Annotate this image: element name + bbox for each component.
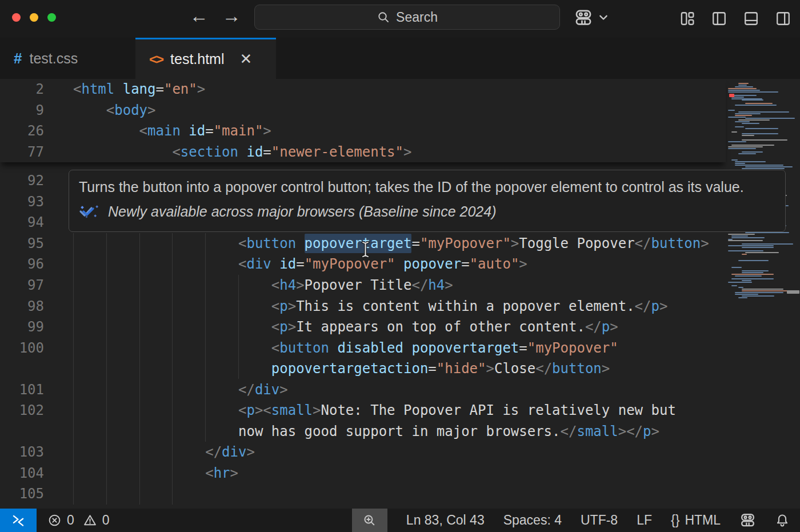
command-center-search[interactable]: Search <box>254 5 560 30</box>
minimap-line <box>728 240 763 241</box>
indent-guide <box>106 358 107 379</box>
minimap-line <box>728 148 756 149</box>
html-file-icon: <> <box>149 51 163 67</box>
indent-guide <box>106 442 107 463</box>
minimap-line <box>742 270 769 271</box>
cursor-position[interactable]: Ln 83, Col 43 <box>406 513 485 528</box>
indent-guide <box>73 442 74 463</box>
code-line[interactable]: popovertargetaction="hide">Close</button… <box>0 358 726 379</box>
language-mode[interactable]: {} HTML <box>671 513 721 528</box>
minimap-line <box>745 118 795 119</box>
back-button[interactable]: ← <box>189 5 209 27</box>
minimap-line <box>728 90 760 91</box>
tab-test-css[interactable]: # test.css <box>0 38 135 79</box>
eol-setting[interactable]: LF <box>637 513 652 528</box>
forward-button[interactable]: → <box>221 5 242 27</box>
customize-layout-icon[interactable] <box>679 10 695 27</box>
tab-label: test.html <box>170 51 224 67</box>
error-count: 0 <box>67 513 74 528</box>
indent-guide <box>238 358 239 379</box>
toggle-secondary-sidebar-icon[interactable] <box>775 10 791 27</box>
line-content: popovertargetaction="hide">Close</button… <box>271 361 610 377</box>
minimap-line <box>738 85 747 86</box>
minimap-line <box>742 133 778 134</box>
close-tab-icon[interactable]: ✕ <box>240 50 253 68</box>
line-number: 99 <box>0 319 44 335</box>
minimap-line <box>731 274 774 275</box>
line-content: </div> <box>238 382 288 398</box>
line-content: <body> <box>106 102 156 118</box>
minimap-marker <box>787 290 799 294</box>
minimap-line <box>742 135 754 136</box>
line-content: <p><small>Note: The Popover API is relat… <box>238 402 676 418</box>
tab-test-html[interactable]: <> test.html ✕ <box>135 38 276 79</box>
indent-guide <box>73 254 74 275</box>
minimap[interactable] <box>726 79 800 509</box>
indent-guide <box>139 483 140 505</box>
sticky-line[interactable]: 2<html lang="en"> <box>0 79 726 100</box>
indent-guide <box>73 295 74 317</box>
minimap-line <box>738 111 789 113</box>
vscode-window: ← → Search <box>0 0 800 532</box>
minimize-window-button[interactable] <box>30 13 38 22</box>
tab-label: test.css <box>29 50 78 67</box>
minimap-line <box>738 297 747 298</box>
minimap-line <box>728 234 755 235</box>
line-content: now has good support in major browsers.<… <box>238 423 659 439</box>
indent-guide <box>139 295 140 317</box>
indentation-setting[interactable]: Spaces: 4 <box>503 513 562 528</box>
toggle-primary-sidebar-icon[interactable] <box>711 10 727 27</box>
minimap-line <box>745 252 779 253</box>
minimap-line <box>731 278 774 279</box>
code-line[interactable]: 98<p>This is content within a popover el… <box>0 295 726 317</box>
indent-guide <box>205 317 206 338</box>
minimap-line <box>728 245 774 246</box>
indent-guide <box>73 421 74 442</box>
sticky-line[interactable]: 26<main id="main"> <box>0 121 726 142</box>
code-line[interactable]: now has good support in major browsers.<… <box>0 421 726 442</box>
line-number: 103 <box>0 444 44 460</box>
bell-icon[interactable] <box>775 513 790 528</box>
minimap-line <box>738 83 749 84</box>
code-line[interactable]: 103</div> <box>0 442 726 463</box>
tooltip-baseline-note: Newly available across major browsers (B… <box>108 203 496 220</box>
indent-guide <box>172 275 173 296</box>
problems-indicator[interactable]: 0 0 <box>47 513 110 528</box>
error-icon <box>47 513 62 527</box>
indent-guide <box>73 233 74 254</box>
minimap-error-mark <box>729 94 734 97</box>
code-line[interactable]: 102<p><small>Note: The Popover API is re… <box>0 400 726 421</box>
minimap-line <box>731 267 742 268</box>
indent-guide <box>139 254 140 275</box>
encoding-setting[interactable]: UTF-8 <box>581 513 618 528</box>
code-line[interactable]: 101</div> <box>0 379 726 400</box>
code-line[interactable]: 100<button disabled popovertarget="myPop… <box>0 337 726 358</box>
code-line[interactable]: 104<hr> <box>0 463 726 484</box>
minimap-line <box>728 88 757 89</box>
minimap-line <box>731 285 737 286</box>
close-window-button[interactable] <box>12 13 21 22</box>
indent-guide <box>73 483 74 505</box>
code-line[interactable]: 97<h4>Popover Title</h4> <box>0 275 726 296</box>
chevron-down-icon[interactable] <box>598 12 609 23</box>
zoom-status-button[interactable] <box>352 509 387 532</box>
sticky-scroll: 2<html lang="en">9<body>26<main id="main… <box>0 79 726 162</box>
copilot-status-icon[interactable] <box>739 512 756 529</box>
toggle-panel-icon[interactable] <box>743 10 759 27</box>
editor-pane[interactable]: 92939495<button popovertarget="myPopover… <box>0 79 800 509</box>
indent-guide <box>172 400 173 421</box>
line-content: <section id="newer-elements"> <box>172 144 411 160</box>
tooltip-description: Turns the button into a popover control … <box>79 179 775 195</box>
minimap-line <box>728 110 735 111</box>
copilot-icon[interactable] <box>574 8 593 27</box>
minimap-line <box>731 235 748 237</box>
hover-tooltip: Turns the button into a popover control … <box>69 170 786 232</box>
sticky-line[interactable]: 77<section id="newer-elements"> <box>0 142 726 163</box>
zoom-window-button[interactable] <box>47 13 56 22</box>
indent-guide <box>106 379 107 400</box>
code-line[interactable]: 105 <box>0 483 726 505</box>
sticky-line[interactable]: 9<body> <box>0 100 726 121</box>
line-content: <html lang="en"> <box>73 81 205 97</box>
code-line[interactable]: 99<p>It appears on top of other content.… <box>0 317 726 338</box>
remote-indicator[interactable] <box>0 509 37 532</box>
